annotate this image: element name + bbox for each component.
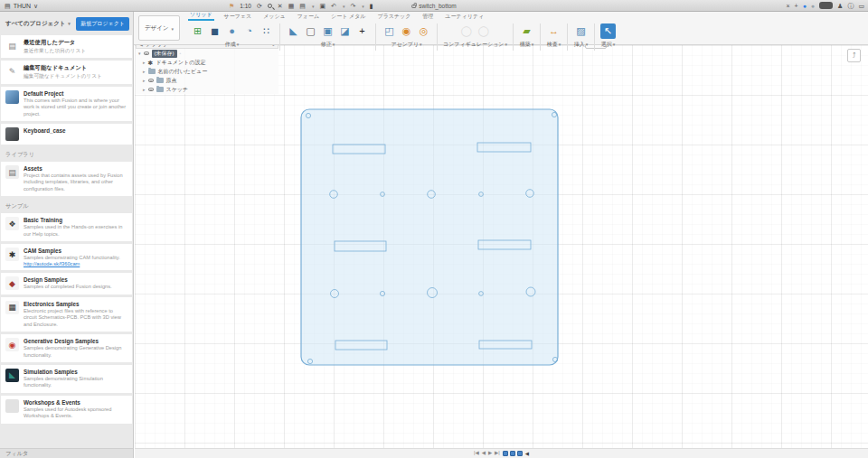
modeling-canvas[interactable] [135, 45, 868, 448]
ribbon-tab-7[interactable]: 管理 [420, 12, 435, 21]
ribbon-group-label[interactable]: アセンブリ [391, 41, 421, 49]
ribbon-tab-6[interactable]: プラスチック [375, 12, 412, 21]
project-card[interactable]: ▤AssetsProject that contains assets used… [1, 162, 132, 196]
visibility-eye-icon[interactable] [144, 51, 149, 55]
workspace-switcher[interactable]: デザイン [138, 15, 180, 41]
form-body-icon[interactable]: ● [224, 23, 240, 39]
project-card[interactable]: Workshops & EventsSamples used for Autod… [1, 396, 132, 424]
expander-icon[interactable]: ▸ [143, 60, 146, 65]
play-icon[interactable]: ▶ [488, 451, 492, 456]
ribbon-tab-8[interactable]: ユーティリティ [443, 12, 486, 21]
visibility-eye-icon[interactable] [148, 79, 154, 82]
ribbon-tab-5[interactable]: シート メタル [329, 12, 367, 21]
project-card[interactable]: ✎編集可能なドキュメント編集可能なドキュメントのリスト [1, 61, 132, 83]
project-card[interactable]: ✱CAM SamplesSamples demonstrating CAM fu… [1, 244, 132, 270]
card-link[interactable]: http://autode.sk/f360cam [24, 261, 120, 266]
app-menu-label[interactable]: THUN [14, 3, 31, 9]
undo-icon[interactable]: ↶ [331, 3, 336, 9]
timeline-feature-icon[interactable] [503, 451, 508, 456]
combine-icon[interactable]: ▣ [320, 23, 335, 39]
construct-plane-icon[interactable]: ▰ [519, 23, 534, 39]
filter-footer[interactable]: フィルタ [0, 448, 133, 458]
timeline-position-marker[interactable]: ◀ [525, 451, 529, 456]
pattern-icon[interactable]: ∷ [259, 23, 274, 39]
file-icon[interactable]: ▤ [299, 3, 306, 9]
info-icon[interactable]: ⓘ [847, 3, 854, 9]
search-icon[interactable] [268, 4, 272, 8]
browser-node[interactable]: ▸スケッチ [136, 85, 278, 94]
tab-counter-pill[interactable] [819, 2, 833, 9]
card-title: Keyboard_case [24, 127, 66, 134]
ribbon-group-label[interactable]: 作成 [225, 41, 240, 49]
ribbon-tab-3[interactable]: メッシュ [261, 12, 288, 21]
root-document-node[interactable]: (未保存) [152, 50, 177, 58]
ribbon-group-label[interactable]: 検査 [547, 41, 561, 49]
step-back-icon[interactable]: ◀ [482, 451, 486, 456]
as-built-joint-icon[interactable]: ◎ [416, 23, 431, 39]
close-tab-icon[interactable]: × [786, 3, 789, 9]
grid-icon[interactable]: ▦ [288, 3, 295, 9]
document-tab[interactable]: switch_bottom [411, 3, 457, 9]
measure-icon[interactable]: ↔ [546, 23, 561, 39]
refresh-icon[interactable]: ⟳ [257, 3, 262, 9]
card-description: This comes with Fusion and is where your… [24, 98, 127, 117]
ribbon-group-label[interactable]: 構築 [520, 41, 534, 49]
project-card[interactable]: ▦Electronics SamplesElectronic project f… [1, 297, 132, 332]
joint-icon[interactable]: ◉ [399, 23, 414, 39]
insert-media-icon[interactable]: ▨ [573, 23, 589, 39]
timeline-feature-icon[interactable] [517, 451, 523, 456]
revolve-icon[interactable]: ◔ [241, 23, 257, 39]
card-title: Simulation Samples [24, 369, 127, 375]
select-cursor-icon[interactable]: ↖ [600, 23, 616, 39]
project-card[interactable]: ▤最近使用したデータ最近作業した項目のリスト [1, 35, 132, 58]
project-card[interactable]: Default ProjectThis comes with Fusion an… [1, 87, 132, 121]
close-icon[interactable]: ✕ [278, 3, 283, 9]
card-title: CAM Samples [24, 248, 120, 254]
chevron-down-icon [419, 42, 422, 47]
project-card[interactable]: ◣Simulation SamplesSamples demonstrating… [1, 365, 132, 393]
expander-icon[interactable]: ▸ [143, 87, 146, 92]
expander-icon[interactable]: ▾ [138, 51, 141, 56]
app-icon[interactable]: ▮ [370, 3, 373, 9]
project-card[interactable]: ◆Design SamplesSamples of completed Fusi… [1, 273, 132, 294]
create-sketch-icon[interactable]: ⊞ [190, 23, 205, 39]
project-filter-dropdown[interactable]: すべてのプロジェクト [5, 20, 71, 28]
move-icon[interactable]: + [354, 23, 370, 39]
add-tab-icon[interactable]: + [795, 3, 798, 9]
save-icon[interactable]: ▣ [319, 3, 326, 9]
visibility-eye-icon[interactable] [148, 88, 154, 91]
browser-node-label: ドキュメントの設定 [156, 59, 205, 67]
project-card[interactable]: Keyboard_case [1, 124, 132, 145]
redo-icon[interactable]: ↷ [350, 3, 355, 9]
person-icon[interactable]: ♟ [837, 3, 843, 9]
new-component-icon[interactable]: ◰ [382, 23, 397, 39]
shell-icon[interactable]: ▢ [303, 23, 318, 39]
browser-node[interactable]: ▸原点 [136, 76, 278, 85]
timeline-feature-icon[interactable] [510, 451, 515, 456]
expander-icon[interactable]: ▸ [143, 69, 146, 74]
project-card[interactable]: ◉Generative Design SamplesSamples demons… [1, 334, 132, 362]
ribbon-group-label[interactable]: 挿入 [574, 41, 589, 49]
press-pull-icon[interactable]: ◪ [337, 23, 353, 39]
canvas-corner-button[interactable]: ⤴ [847, 49, 861, 62]
browser-node[interactable]: ▸名前の付いたビュー [136, 67, 278, 76]
expander-icon[interactable]: ▸ [143, 78, 146, 83]
menu-pill[interactable]: ▭ [858, 3, 864, 9]
ribbon-tab-4[interactable]: フォーム [296, 12, 321, 21]
browser-node[interactable]: ▸✱ドキュメントの設定 [136, 58, 278, 67]
flag-icon[interactable]: ⚑ [229, 3, 234, 9]
project-card[interactable]: ❖Basic TrainingSamples used in the Hands… [1, 213, 132, 241]
fillet-icon[interactable]: ◣ [286, 23, 301, 39]
ribbon-tab-2[interactable]: サーフェス [222, 12, 254, 21]
avatar-gray[interactable]: ● [811, 3, 815, 9]
avatar-blue[interactable]: ● [803, 3, 807, 9]
skip-start-icon[interactable]: |◀ [474, 451, 479, 456]
list-icon[interactable]: ▤ [5, 3, 11, 9]
new-project-button[interactable]: 新規プロジェクト [76, 17, 129, 31]
skip-end-icon[interactable]: ▶| [495, 451, 500, 456]
ribbon-group-label[interactable]: コンフィギュレーション [443, 41, 507, 49]
ribbon-group-label[interactable]: 修正 [321, 41, 335, 49]
solid-box-icon[interactable]: ◼ [207, 23, 222, 39]
ribbon-group-label[interactable]: 選択 [601, 41, 616, 49]
chevron-down-icon[interactable]: ∨ [33, 3, 38, 9]
